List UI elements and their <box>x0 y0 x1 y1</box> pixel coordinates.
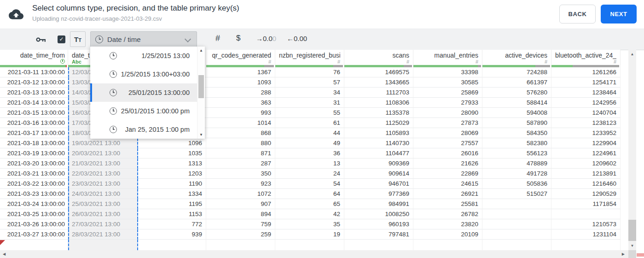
table-cell[interactable] <box>413 240 482 250</box>
table-cell[interactable]: 1213891 <box>551 169 621 179</box>
table-cell[interactable]: 1367 <box>206 67 275 77</box>
dropdown-option[interactable]: 25/01/2015 1:00:00 pm <box>90 102 197 120</box>
table-cell[interactable]: 587890 <box>482 118 551 128</box>
table-cell[interactable] <box>482 209 551 219</box>
table-cell[interactable]: 2021-03-15 13:00:00 <box>0 108 68 118</box>
table-cell[interactable]: 13 <box>275 158 344 169</box>
dropdown-scrollbar[interactable]: ▲ ▼ <box>197 47 205 139</box>
table-cell[interactable]: 259 <box>206 229 275 240</box>
table-cell[interactable]: 2021-03-17 13:00:00 <box>0 128 68 138</box>
table-cell[interactable]: 960193 <box>344 219 413 229</box>
table-cell[interactable] <box>344 240 413 250</box>
table-cell[interactable]: 54 <box>275 179 344 189</box>
datetime-type-select[interactable]: Date / time <box>90 31 197 47</box>
table-cell[interactable]: 33398 <box>413 67 482 77</box>
table-cell[interactable]: 2021-03-21 13:00:00 <box>0 169 68 179</box>
table-cell[interactable]: 1171854 <box>551 199 621 209</box>
table-cell[interactable]: 20109 <box>413 229 482 240</box>
table-cell[interactable]: 26/03/2021 13:00 <box>68 209 138 219</box>
table-cell[interactable] <box>482 229 551 240</box>
table-cell[interactable]: 64 <box>275 189 344 199</box>
scroll-up-icon[interactable]: ▲ <box>628 52 636 56</box>
column-header-date_time_from[interactable]: date_time_from <box>0 50 68 67</box>
table-cell[interactable]: 1216460 <box>551 179 621 189</box>
vertical-scrollbar-thumb[interactable] <box>628 220 636 241</box>
table-cell[interactable]: 1242956 <box>551 98 621 108</box>
table-cell[interactable]: 27557 <box>413 138 482 148</box>
table-cell[interactable]: 582380 <box>482 138 551 148</box>
table-cell[interactable]: 288 <box>206 88 275 98</box>
include-column-checkbox[interactable]: ✓ <box>58 35 65 43</box>
table-cell[interactable]: 350 <box>206 169 275 179</box>
table-cell[interactable]: 2021-03-23 13:00:00 <box>0 189 68 199</box>
column-header-scans[interactable]: scans# <box>344 50 413 67</box>
table-cell[interactable]: 1233952 <box>551 128 621 138</box>
table-cell[interactable]: 1231104 <box>551 229 621 240</box>
table-cell[interactable]: 588414 <box>482 98 551 108</box>
table-cell[interactable]: 2021-03-20 13:00:00 <box>0 158 68 169</box>
table-cell[interactable] <box>0 240 68 250</box>
table-cell[interactable]: 1072 <box>206 189 275 199</box>
table-cell[interactable]: 946701 <box>344 179 413 189</box>
horizontal-scrollbar[interactable]: ◀ ▶ <box>0 250 628 258</box>
table-cell[interactable] <box>482 219 551 229</box>
table-cell[interactable]: 19/03/2021 13:00 <box>68 138 138 148</box>
table-cell[interactable]: 1224961 <box>551 148 621 158</box>
table-cell[interactable]: 984991 <box>344 199 413 209</box>
table-cell[interactable]: 1190 <box>138 179 206 189</box>
table-cell[interactable]: 19 <box>275 229 344 240</box>
table-cell[interactable]: 24615 <box>413 179 482 189</box>
table-cell[interactable]: 2021-03-13 13:00:00 <box>0 88 68 98</box>
table-cell[interactable]: 1203 <box>138 169 206 179</box>
table-cell[interactable]: 26016 <box>413 148 482 158</box>
table-cell[interactable]: 1261266 <box>551 67 621 77</box>
dropdown-option[interactable]: 1/25/2015 13:00+03:00 <box>90 65 197 83</box>
table-cell[interactable]: 1210573 <box>551 219 621 229</box>
table-cell[interactable]: 24 <box>275 169 344 179</box>
table-cell[interactable]: 1108306 <box>344 98 413 108</box>
table-cell[interactable]: 28090 <box>413 108 482 118</box>
table-cell[interactable]: 1008250 <box>344 209 413 219</box>
table-cell[interactable]: 1140730 <box>344 138 413 148</box>
table-cell[interactable]: 20/03/2021 13:00 <box>68 148 138 158</box>
table-cell[interactable]: 28/03/2021 13:00 <box>68 229 138 240</box>
table-cell[interactable]: 49 <box>275 138 344 148</box>
dropdown-option[interactable]: 25/01/2015 13:00:00 <box>90 83 197 102</box>
table-cell[interactable]: 2021-03-26 13:00:00 <box>0 219 68 229</box>
dropdown-scrollbar-thumb[interactable] <box>198 75 204 98</box>
table-cell[interactable]: 2021-03-25 13:00:00 <box>0 209 68 219</box>
table-cell[interactable]: 759 <box>206 219 275 229</box>
table-cell[interactable]: 30585 <box>413 77 482 88</box>
table-cell[interactable]: 772 <box>138 219 206 229</box>
table-cell[interactable]: 871 <box>206 148 275 158</box>
table-cell[interactable]: 868 <box>206 128 275 138</box>
table-cell[interactable]: 287 <box>206 158 275 169</box>
table-cell[interactable]: 35 <box>275 219 344 229</box>
table-cell[interactable]: 1195 <box>138 199 206 209</box>
table-cell[interactable]: 76 <box>275 67 344 77</box>
table-cell[interactable]: 2021-03-19 13:00:00 <box>0 148 68 158</box>
table-cell[interactable]: 939 <box>138 229 206 240</box>
table-cell[interactable]: 1254171 <box>551 77 621 88</box>
table-cell[interactable]: 478889 <box>482 158 551 169</box>
scroll-down-icon[interactable]: ▼ <box>197 133 205 137</box>
column-header-qr_codes_generated[interactable]: qr_codes_generated# <box>206 50 275 67</box>
table-cell[interactable]: 880 <box>206 138 275 148</box>
table-cell[interactable]: 25869 <box>413 88 482 98</box>
table-cell[interactable]: 1238464 <box>551 88 621 98</box>
table-cell[interactable]: 1209602 <box>551 158 621 169</box>
table-cell[interactable]: 2021-03-18 13:00:00 <box>0 138 68 148</box>
table-cell[interactable]: 27/03/2021 13:00 <box>68 219 138 229</box>
table-cell[interactable]: 42 <box>275 209 344 219</box>
table-cell[interactable]: 2021-03-16 13:00:00 <box>0 118 68 128</box>
table-cell[interactable] <box>206 240 275 250</box>
table-cell[interactable]: 36 <box>275 148 344 158</box>
table-cell[interactable]: 1469575 <box>344 67 413 77</box>
table-cell[interactable]: 44 <box>275 128 344 138</box>
next-button[interactable]: NEXT <box>601 5 637 23</box>
table-cell[interactable] <box>482 199 551 209</box>
table-cell[interactable]: 1229904 <box>551 138 621 148</box>
table-cell[interactable]: 25581 <box>413 199 482 209</box>
table-cell[interactable]: 977369 <box>344 189 413 199</box>
scroll-up-icon[interactable]: ▲ <box>197 48 205 53</box>
